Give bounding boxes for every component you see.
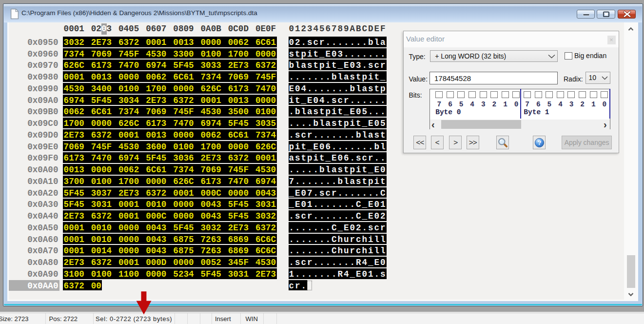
svg-text:?: ? [537,139,541,146]
